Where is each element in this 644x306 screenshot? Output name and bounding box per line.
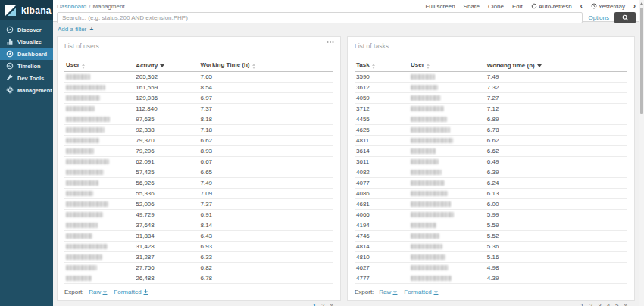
scrollbar-up-arrow-icon[interactable]	[639, 0, 644, 6]
sidebar-item-visualize[interactable]: Visualize	[0, 36, 53, 48]
sort-desc-icon	[537, 64, 542, 67]
activity-cell: 205,362	[134, 72, 199, 83]
search-options-link[interactable]: Options	[588, 14, 609, 21]
search-input[interactable]	[57, 12, 583, 23]
panel-list-of-tasks: List of tasks TaskUserWorking time (h) 3…	[347, 36, 635, 301]
export-formatted-link[interactable]: Formatted	[404, 289, 438, 295]
redacted-user-name	[66, 180, 98, 186]
user-cell	[64, 157, 134, 167]
table-row: 41945.59	[355, 220, 627, 231]
redacted-user-name	[411, 138, 453, 143]
page-2-button[interactable]: 2	[321, 302, 324, 306]
sidebar-item-discover[interactable]: Discover	[0, 23, 53, 36]
activity-cell: 31,884	[134, 231, 199, 242]
time-back-button[interactable]: ‹	[580, 3, 583, 9]
page-4-button[interactable]: 4	[607, 302, 610, 306]
breadcrumb-current-page: Managment	[92, 3, 124, 10]
sidebar-item-dashboard[interactable]: Dashboard	[0, 48, 53, 60]
export-raw-link[interactable]: Raw	[89, 289, 108, 295]
table-row: 40866.13	[355, 189, 627, 199]
sidebar-nav: DiscoverVisualizeDashboardTimelionDev To…	[0, 20, 53, 96]
logo[interactable]: kibana	[0, 0, 53, 20]
column-header-user[interactable]: User	[64, 60, 134, 72]
page-2-button[interactable]: 2	[589, 302, 592, 306]
share-button[interactable]: Share	[464, 3, 480, 10]
column-header-user[interactable]: User	[409, 60, 486, 72]
working-time-cell: 8.14	[199, 220, 333, 231]
gear-icon	[5, 86, 14, 95]
table-row: 37,6488.14	[64, 220, 333, 231]
full-screen-button[interactable]: Full screen	[425, 3, 455, 10]
sidebar-item-dev-tools[interactable]: Dev Tools	[0, 72, 53, 84]
redacted-user-name	[411, 170, 442, 175]
export-label: Export:	[64, 289, 83, 295]
task-cell: 4077	[355, 178, 409, 189]
table-row: 36116.49	[355, 157, 627, 167]
user-cell	[64, 114, 134, 125]
user-cell	[64, 263, 134, 273]
table-row: 49,7296.91	[64, 210, 333, 220]
table-row: 52,0067.37	[64, 199, 333, 210]
task-cell: 4814	[355, 242, 409, 252]
column-header-activity[interactable]: Activity	[134, 60, 199, 72]
page-scrollbar[interactable]	[639, 0, 644, 306]
working-time-cell: 6.13	[486, 189, 627, 199]
task-cell: 4627	[355, 263, 409, 273]
user-cell	[64, 231, 134, 242]
table-row: 112,8407.37	[64, 104, 333, 114]
search-icon	[622, 14, 629, 21]
working-time-cell: 6.82	[199, 263, 333, 273]
user-cell	[409, 199, 486, 210]
user-cell	[64, 83, 134, 93]
time-forward-button[interactable]: ›	[633, 3, 636, 9]
page-1-button[interactable]: 1	[313, 302, 316, 306]
sidebar-item-timelion[interactable]: Timelion	[0, 60, 53, 72]
table-row: 31,4286.93	[64, 242, 333, 252]
add-filter-plus-icon[interactable]: +	[89, 26, 93, 33]
working-time-cell: 6.62	[486, 136, 627, 146]
redacted-user-name	[66, 244, 108, 249]
next-page-button[interactable]: »	[624, 302, 627, 306]
page-1-button[interactable]: 1	[580, 302, 583, 306]
panel-options-menu[interactable]	[327, 41, 334, 43]
column-header-task[interactable]: Task	[355, 60, 409, 72]
time-picker-button[interactable]: Yesterday	[591, 3, 625, 10]
sidebar-item-label: Dev Tools	[17, 75, 44, 82]
clone-button[interactable]: Clone	[488, 3, 504, 10]
working-time-cell: 6.62	[199, 136, 333, 146]
export-link-label: Formatted	[114, 289, 141, 295]
scrollbar-thumb[interactable]	[640, 8, 643, 114]
next-page-button[interactable]: »	[330, 302, 333, 306]
auto-refresh-button[interactable]: Auto-refresh	[531, 3, 572, 10]
auto-refresh-label: Auto-refresh	[539, 3, 572, 10]
working-time-cell: 7.37	[199, 199, 333, 210]
page-5-button[interactable]: 5	[615, 302, 618, 306]
search-button[interactable]	[614, 12, 636, 23]
column-header-working-time-h-[interactable]: Working time (h)	[486, 60, 627, 72]
redacted-user-name	[411, 117, 447, 122]
working-time-cell: 8.54	[199, 83, 333, 93]
sidebar-item-management[interactable]: Management	[0, 84, 53, 96]
activity-cell: 161,559	[134, 83, 199, 93]
redacted-user-name	[411, 223, 436, 228]
table-row: 129,0366.97	[64, 93, 333, 104]
table-row: 48145.36	[355, 242, 627, 252]
edit-button[interactable]: Edit	[512, 3, 523, 10]
table-row: 55,3367.09	[64, 189, 333, 199]
table-row: 97,6358.18	[64, 114, 333, 125]
task-cell: 4811	[355, 136, 409, 146]
add-filter-link[interactable]: Add a filter	[58, 26, 86, 33]
table-row: 40776.24	[355, 178, 627, 189]
working-time-cell: 4.98	[486, 263, 627, 273]
breadcrumb-dashboard-link[interactable]: Dashboard	[57, 3, 86, 10]
working-time-cell: 6.62	[486, 146, 627, 157]
working-time-cell: 6.89	[486, 114, 627, 125]
export-row: Export: RawFormatted	[64, 289, 333, 295]
page-3-button[interactable]: 3	[598, 302, 601, 306]
user-cell	[64, 242, 134, 252]
export-raw-link[interactable]: Raw	[379, 289, 398, 295]
compass-icon	[5, 26, 14, 34]
topbar-actions: Full screenShareCloneEdit Auto-refresh ‹…	[425, 3, 636, 10]
export-formatted-link[interactable]: Formatted	[114, 289, 148, 295]
column-header-working-time-h-[interactable]: Working Time (h)	[199, 60, 333, 72]
